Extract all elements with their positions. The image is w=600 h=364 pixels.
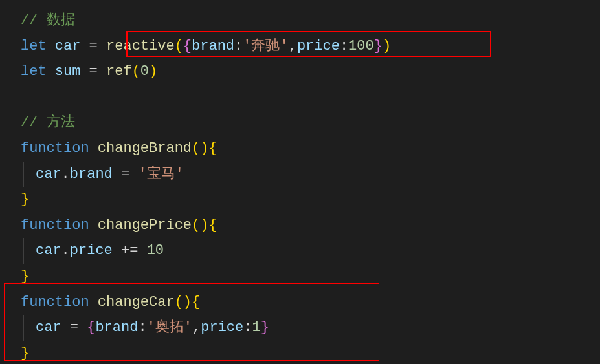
operator: += [113, 242, 147, 259]
comment: // 方法 [21, 114, 75, 131]
code-line: } [21, 187, 600, 213]
brace: { [208, 217, 217, 233]
code-line-empty [21, 85, 600, 111]
number: 10 [147, 242, 164, 259]
variable: sum [55, 63, 81, 80]
parens: () [192, 140, 208, 156]
keyword: function [21, 140, 89, 156]
function-call: reactive [106, 38, 175, 54]
property: price [297, 38, 340, 54]
colon: : [234, 38, 243, 54]
operator: = [80, 38, 106, 54]
code-line: let car = reactive({brand:'奔驰',price:100… [21, 34, 600, 59]
code-editor[interactable]: // 数据 let car = reactive({brand:'奔驰',pri… [0, 8, 600, 364]
function-name: changePrice [89, 217, 192, 233]
paren: ) [383, 38, 391, 54]
brace: { [183, 38, 192, 54]
code-line: // 方法 [21, 110, 600, 136]
code-line: function changeBrand(){ [21, 136, 600, 162]
comma: , [289, 38, 297, 54]
property: price [201, 319, 243, 336]
code-line: function changePrice(){ [21, 213, 600, 239]
operator: = [113, 166, 139, 182]
paren: ( [132, 63, 140, 80]
number: 1 [252, 319, 260, 336]
code-line: car.brand = '宝马' [21, 162, 600, 187]
string: '奔驰' [243, 38, 288, 54]
string: '宝马' [138, 166, 183, 182]
brace: } [21, 268, 29, 284]
variable: car [36, 319, 61, 336]
keyword: let [21, 38, 47, 54]
parens: () [175, 294, 192, 310]
function-name: changeCar [89, 294, 175, 310]
code-line: car.price += 10 [21, 238, 600, 264]
number: 100 [348, 38, 374, 54]
brace: } [21, 191, 29, 208]
brace: { [208, 140, 217, 156]
brace: } [374, 38, 383, 54]
dot: . [61, 166, 70, 182]
property: brand [192, 38, 234, 54]
function-name: changeBrand [89, 140, 192, 156]
property: brand [70, 166, 113, 182]
function-call: ref [106, 63, 132, 80]
property: brand [95, 319, 138, 336]
code-line: // 数据 [21, 8, 600, 34]
comment: // 数据 [21, 12, 75, 28]
paren: ) [149, 63, 157, 80]
keyword: function [21, 217, 89, 233]
colon: : [243, 319, 252, 336]
code-line: car = {brand:'奥拓',price:1} [21, 315, 600, 341]
colon: : [138, 319, 146, 336]
comma: , [192, 319, 201, 336]
property: price [70, 242, 113, 259]
operator: = [61, 319, 87, 336]
keyword: function [21, 294, 89, 310]
keyword: let [21, 63, 47, 80]
operator: = [80, 63, 106, 80]
string: '奥拓' [147, 319, 192, 336]
brace: } [261, 319, 269, 336]
paren: ( [175, 38, 183, 54]
code-line: function changeCar(){ [21, 290, 600, 316]
variable: car [36, 166, 61, 182]
brace: } [21, 345, 29, 361]
brace: { [192, 294, 200, 310]
colon: : [340, 38, 348, 54]
code-line: } [21, 341, 600, 364]
code-line: let sum = ref(0) [21, 59, 600, 85]
variable: car [36, 242, 61, 259]
code-line: } [21, 264, 600, 290]
parens: () [192, 217, 208, 233]
number: 0 [140, 63, 149, 80]
brace: { [87, 319, 95, 336]
variable: car [55, 38, 81, 54]
dot: . [61, 242, 70, 259]
